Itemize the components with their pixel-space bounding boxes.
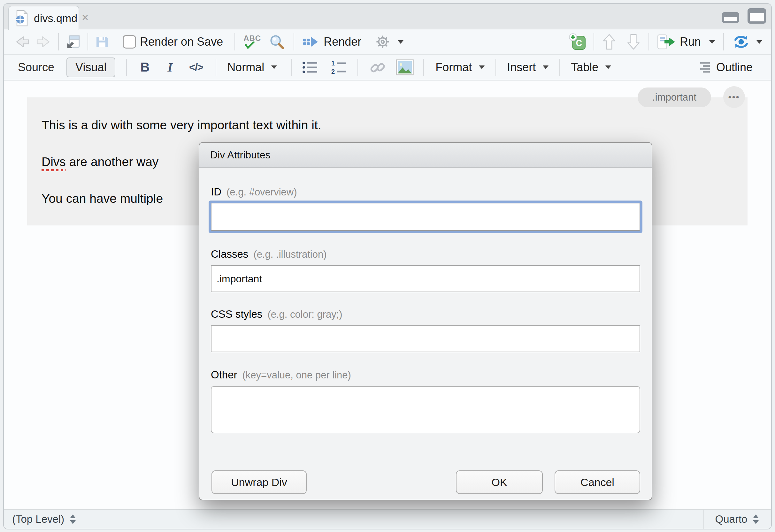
doc-paragraph-2-rest: are another way [66,155,159,169]
toolbar-separator [357,59,358,76]
format-caret-icon [479,65,485,69]
tab-strip: divs.qmd × [4,4,771,29]
other-hint: (key=value, one per line) [242,369,351,381]
render-on-save-checkbox[interactable] [123,35,136,49]
outline-label: Outline [716,61,753,74]
next-chunk-icon[interactable] [626,33,641,50]
css-label-row: CSS styles (e.g. color: gray;) [211,308,342,320]
css-styles-hint: (e.g. color: gray;) [267,309,342,320]
code-button[interactable]: </> [189,61,203,73]
id-hint: (e.g. #overview) [226,186,297,198]
render-dropdown-caret-icon[interactable] [398,40,404,44]
ok-button[interactable]: OK [456,470,543,494]
format-menu[interactable]: Format [436,61,485,74]
unwrap-div-button[interactable]: Unwrap Div [211,470,307,494]
tab-divs-qmd[interactable]: divs.qmd × [8,6,79,30]
classes-label-row: Classes (e.g. .illustration) [211,248,327,260]
paragraph-style-label: Normal [227,61,264,74]
render-button[interactable]: Render [302,34,361,49]
minimize-pane-icon[interactable] [722,12,739,23]
status-bar: (Top Level) Quarto [4,509,771,529]
table-menu-label: Table [571,61,598,74]
css-styles-input[interactable] [211,325,640,352]
source-mode-button[interactable]: Source [18,61,54,74]
outline-toggle[interactable]: Outline [698,61,753,74]
other-label-row: Other (key=value, one per line) [211,369,351,381]
doc-paragraph-3: You can have multiple [42,191,163,206]
dialog-header[interactable]: Div Attributes [199,143,652,168]
italic-button[interactable]: I [167,60,172,75]
tab-title: divs.qmd [34,12,77,25]
toolbar-separator [216,59,216,76]
div-class-badge: .important [638,87,711,107]
insert-menu-label: Insert [507,61,536,74]
toolbar-separator [723,33,724,50]
numbered-list-icon[interactable]: 1 2 [330,60,348,75]
previous-chunk-icon[interactable] [602,33,617,50]
source-rerun-icon[interactable] [732,34,750,50]
misspelled-word: Divs [42,155,66,171]
other-textarea[interactable] [211,386,640,433]
render-settings-gear-icon[interactable] [375,34,391,50]
classes-hint: (e.g. .illustration) [253,249,326,260]
insert-chunk-icon[interactable]: C [569,33,587,51]
id-label: ID [211,186,221,198]
toolbar-separator [649,33,649,50]
render-label: Render [323,35,361,49]
insert-caret-icon [543,65,549,69]
format-menu-label: Format [436,61,472,74]
spellcheck-icon[interactable]: ABC [243,35,261,48]
render-on-save-label: Render on Save [140,35,223,49]
toolbar-separator [234,33,235,50]
tab-close-icon[interactable]: × [82,12,88,23]
toolbar-separator [58,33,59,50]
insert-menu[interactable]: Insert [507,61,549,74]
scope-selector[interactable]: (Top Level) [12,513,77,525]
svg-text:C: C [576,38,582,48]
bullet-list-icon[interactable] [302,60,319,75]
open-in-window-icon[interactable] [65,34,81,50]
link-icon[interactable] [369,59,386,76]
updown-icon [752,514,760,525]
updown-icon [69,514,77,525]
toolbar-separator [291,59,292,76]
main-toolbar: Render on Save ABC [4,29,771,55]
doc-paragraph-2: Divs are another way [42,154,158,170]
div-attributes-dialog: Div Attributes ID (e.g. #overview) Class… [199,142,652,500]
visual-mode-button[interactable]: Visual [66,57,115,77]
format-toolbar: Source Visual B I </> Normal 1 2 [4,55,771,80]
render-on-save-toggle[interactable]: Render on Save [123,35,223,49]
toolbar-separator [293,33,294,50]
toolbar-separator [559,59,560,76]
rerun-dropdown-caret-icon[interactable] [756,40,762,44]
run-label: Run [680,35,701,49]
run-icon [657,34,676,50]
outline-icon [698,61,712,74]
run-button[interactable]: Run [657,34,715,50]
id-label-row: ID (e.g. #overview) [211,186,297,198]
forward-icon[interactable] [35,34,51,49]
div-options-dots-icon[interactable]: ••• [723,86,745,108]
render-icon [302,34,320,49]
document-type-label: Quarto [715,513,748,525]
style-dropdown-caret-icon [271,65,277,69]
classes-input[interactable] [211,265,640,292]
bold-button[interactable]: B [140,60,149,74]
table-menu[interactable]: Table [571,61,611,74]
svg-text:2: 2 [331,68,335,75]
toolbar-separator [126,59,127,76]
paragraph-style-dropdown[interactable]: Normal [227,61,277,74]
scope-label: (Top Level) [12,513,64,525]
back-icon[interactable] [15,34,31,49]
document-type-selector[interactable]: Quarto [703,510,771,529]
search-icon[interactable] [269,34,285,50]
svg-text:1: 1 [331,60,335,67]
table-caret-icon [605,65,611,69]
dialog-title: Div Attributes [210,149,270,161]
image-icon[interactable] [396,59,414,75]
run-dropdown-caret-icon[interactable] [709,40,715,44]
cancel-button[interactable]: Cancel [555,470,640,494]
save-icon[interactable] [95,34,110,49]
maximize-pane-icon[interactable] [748,8,766,24]
id-input[interactable] [211,203,640,231]
